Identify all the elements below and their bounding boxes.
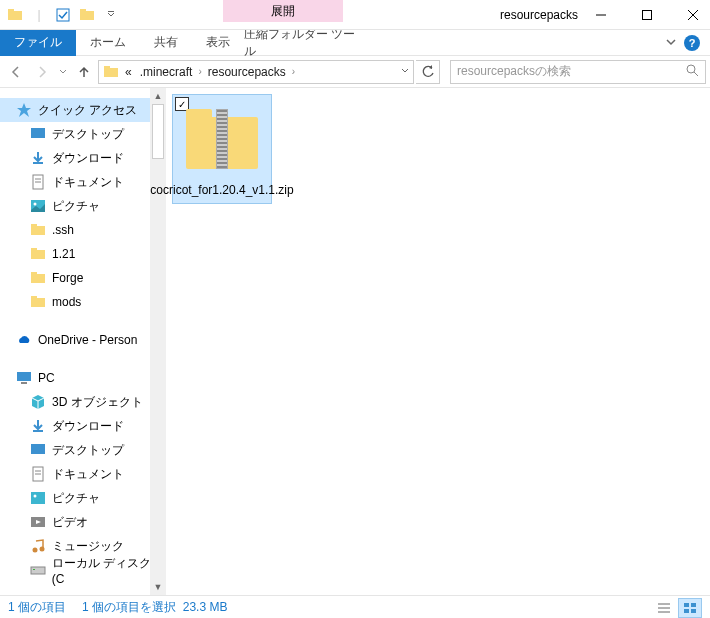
svg-rect-2: [57, 9, 69, 21]
sidebar-item-videos[interactable]: ビデオ: [0, 510, 166, 534]
sidebar-item-mods[interactable]: mods: [0, 290, 166, 314]
svg-point-40: [40, 547, 45, 552]
tab-file[interactable]: ファイル: [0, 30, 76, 56]
back-button[interactable]: [4, 60, 28, 84]
download-icon: [30, 418, 46, 434]
close-button[interactable]: [670, 0, 710, 30]
sidebar-item-downloads-pc[interactable]: ダウンロード: [0, 414, 166, 438]
minimize-button[interactable]: [578, 0, 624, 30]
recent-dropdown-icon[interactable]: [56, 60, 70, 84]
tab-home[interactable]: ホーム: [76, 30, 140, 56]
properties-icon[interactable]: [52, 4, 74, 26]
search-input[interactable]: resourcepacksの検索: [450, 60, 706, 84]
svg-rect-26: [31, 272, 37, 275]
sidebar-item-3d-objects[interactable]: 3D オブジェクト: [0, 390, 166, 414]
svg-rect-30: [21, 382, 27, 384]
breadcrumb-root-sep[interactable]: «: [123, 65, 134, 79]
status-selected-count: 1 個の項目を選択 23.3 MB: [82, 599, 227, 616]
tab-view[interactable]: 表示: [192, 30, 244, 56]
scroll-down-icon[interactable]: ▼: [150, 579, 166, 595]
svg-rect-24: [31, 248, 37, 251]
svg-rect-36: [31, 492, 45, 504]
svg-rect-23: [31, 250, 45, 259]
address-dropdown-icon[interactable]: [401, 66, 409, 77]
desktop-icon: [30, 442, 46, 458]
svg-rect-49: [691, 603, 696, 607]
ribbon-expand-icon[interactable]: [666, 36, 676, 50]
file-item-zip[interactable]: ✓ cocricot_for1.20.4_v1.1.zip: [172, 94, 272, 204]
svg-rect-21: [31, 226, 45, 235]
navigation-pane: クイック アクセス デスクトップ📌 ダウンロード📌 ドキュメント📌 ピクチャ📌 …: [0, 88, 166, 595]
breadcrumb-resourcepacks[interactable]: resourcepacks: [206, 65, 288, 79]
status-bar: 1 個の項目 1 個の項目を選択 23.3 MB: [0, 595, 710, 618]
sidebar-item-desktop-pc[interactable]: デスクトップ: [0, 438, 166, 462]
file-label: cocricot_for1.20.4_v1.1.zip: [148, 183, 295, 199]
sidebar-item-local-disk[interactable]: ローカル ディスク (C: [0, 558, 166, 582]
search-icon[interactable]: [685, 63, 699, 80]
window-title-text: resourcepacks: [500, 8, 578, 22]
svg-point-20: [34, 203, 37, 206]
address-bar[interactable]: « .minecraft › resourcepacks ›: [98, 60, 414, 84]
desktop-icon: [30, 126, 46, 142]
scroll-thumb[interactable]: [152, 104, 164, 159]
search-placeholder: resourcepacksの検索: [457, 63, 571, 80]
nav-pane-scrollbar[interactable]: ▲ ▼: [150, 88, 166, 595]
svg-rect-14: [31, 128, 45, 138]
cloud-icon: [16, 332, 32, 348]
sidebar-item-downloads[interactable]: ダウンロード📌: [0, 146, 166, 170]
svg-rect-28: [31, 296, 37, 299]
svg-rect-0: [8, 11, 22, 20]
svg-rect-42: [33, 569, 35, 570]
qat-folder-icon[interactable]: [76, 4, 98, 26]
sidebar-item-forge[interactable]: Forge: [0, 266, 166, 290]
svg-rect-10: [104, 68, 118, 77]
details-view-button[interactable]: [652, 598, 676, 618]
folder-icon: [30, 294, 46, 310]
contextual-tab-header: 展開: [223, 0, 343, 22]
svg-point-12: [687, 65, 695, 73]
tab-share[interactable]: 共有: [140, 30, 192, 56]
sidebar-item-documents[interactable]: ドキュメント📌: [0, 170, 166, 194]
svg-rect-4: [80, 9, 86, 12]
folder-icon: [30, 222, 46, 238]
address-folder-icon: [103, 64, 119, 80]
up-button[interactable]: [72, 60, 96, 84]
scroll-up-icon[interactable]: ▲: [150, 88, 166, 104]
sidebar-item-onedrive[interactable]: OneDrive - Person: [0, 328, 166, 352]
breadcrumb-minecraft[interactable]: .minecraft: [138, 65, 195, 79]
svg-rect-25: [31, 274, 45, 283]
chevron-right-icon[interactable]: ›: [292, 66, 295, 77]
download-icon: [30, 150, 46, 166]
chevron-right-icon[interactable]: ›: [198, 66, 201, 77]
svg-rect-11: [104, 66, 110, 69]
svg-point-37: [34, 495, 37, 498]
star-icon: [16, 102, 32, 118]
sidebar-item-pc[interactable]: PC: [0, 366, 166, 390]
maximize-button[interactable]: [624, 0, 670, 30]
sidebar-item-documents-pc[interactable]: ドキュメント: [0, 462, 166, 486]
document-icon: [30, 174, 46, 190]
folder-icon: [30, 246, 46, 262]
refresh-button[interactable]: [416, 60, 440, 84]
sidebar-item-121[interactable]: 1.21: [0, 242, 166, 266]
picture-icon: [30, 490, 46, 506]
sidebar-item-pictures-pc[interactable]: ピクチャ: [0, 486, 166, 510]
music-icon: [30, 538, 46, 554]
cube-icon: [30, 394, 46, 410]
svg-rect-7: [643, 10, 652, 19]
folder-icon: [30, 270, 46, 286]
content-pane[interactable]: ✓ cocricot_for1.20.4_v1.1.zip: [166, 88, 710, 595]
forward-button[interactable]: [30, 60, 54, 84]
sidebar-item-pictures[interactable]: ピクチャ📌: [0, 194, 166, 218]
sidebar-item-quick-access[interactable]: クイック アクセス: [0, 98, 166, 122]
svg-rect-3: [80, 11, 94, 20]
pc-icon: [16, 370, 32, 386]
qat-dropdown-icon[interactable]: [100, 4, 122, 26]
title-bar: | 展開 resourcepacks: [0, 0, 710, 30]
folder-icon[interactable]: [4, 4, 26, 26]
sidebar-item-ssh[interactable]: .ssh: [0, 218, 166, 242]
sidebar-item-desktop[interactable]: デスクトップ📌: [0, 122, 166, 146]
help-icon[interactable]: ?: [684, 35, 700, 51]
icons-view-button[interactable]: [678, 598, 702, 618]
tab-compressed-tools[interactable]: 圧縮フォルダー ツール: [244, 30, 364, 56]
